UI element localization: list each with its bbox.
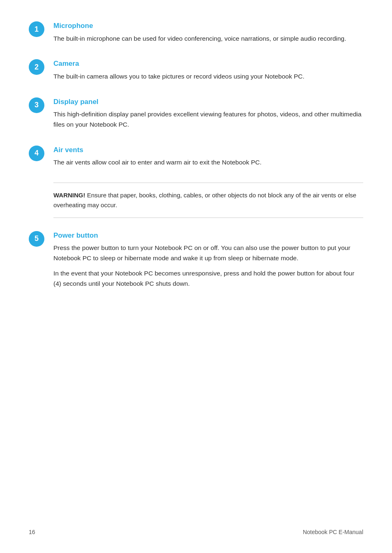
section-microphone: 1 Microphone The built-in microphone can… bbox=[29, 21, 363, 44]
warning-body: Ensure that paper, books, clothing, cabl… bbox=[53, 192, 356, 208]
section-camera: 2 Camera The built-in camera allows you … bbox=[29, 58, 363, 81]
section-content-power-button: Power button Press the power button to t… bbox=[53, 230, 363, 289]
badge-5: 5 bbox=[29, 231, 44, 247]
section-content-air-vents: Air vents The air vents allow cool air t… bbox=[53, 145, 363, 168]
section-display-panel: 3 Display panel This high-definition dis… bbox=[29, 97, 363, 130]
footer-title: Notebook PC E-Manual bbox=[303, 528, 363, 537]
section-content-display-panel: Display panel This high-definition displ… bbox=[53, 97, 363, 130]
badge-3: 3 bbox=[29, 97, 44, 113]
section-title-air-vents: Air vents bbox=[53, 145, 363, 155]
page: 1 Microphone The built-in microphone can… bbox=[0, 0, 392, 553]
warning-text: WARNING! Ensure that paper, books, cloth… bbox=[53, 190, 363, 210]
warning-label: WARNING! bbox=[53, 192, 85, 199]
section-text-microphone: The built-in microphone can be used for … bbox=[53, 34, 363, 44]
section-text-camera: The built-in camera allows you to take p… bbox=[53, 72, 363, 82]
section-title-microphone: Microphone bbox=[53, 21, 363, 31]
section-text-power-button: Press the power button to turn your Note… bbox=[53, 243, 363, 289]
section-text-display-panel: This high-definition display panel provi… bbox=[53, 109, 363, 130]
footer-page-number: 16 bbox=[29, 528, 35, 537]
badge-2: 2 bbox=[29, 59, 44, 75]
badge-4: 4 bbox=[29, 146, 44, 161]
section-content-camera: Camera The built-in camera allows you to… bbox=[53, 58, 363, 81]
section-content-microphone: Microphone The built-in microphone can b… bbox=[53, 21, 363, 44]
footer: 16 Notebook PC E-Manual bbox=[29, 528, 363, 537]
section-title-display-panel: Display panel bbox=[53, 97, 363, 107]
badge-1: 1 bbox=[29, 21, 44, 37]
section-text-air-vents: The air vents allow cool air to enter an… bbox=[53, 157, 363, 168]
section-title-power-button: Power button bbox=[53, 230, 363, 241]
section-air-vents: 4 Air vents The air vents allow cool air… bbox=[29, 145, 363, 168]
section-title-camera: Camera bbox=[53, 58, 363, 69]
section-power-button: 5 Power button Press the power button to… bbox=[29, 230, 363, 289]
warning-box: WARNING! Ensure that paper, books, cloth… bbox=[53, 183, 363, 218]
